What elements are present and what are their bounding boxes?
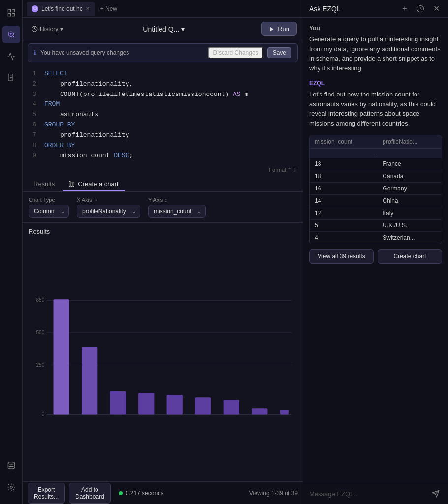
svg-rect-2 (8, 14, 10, 16)
col-nationality: profileNatio... (378, 135, 442, 149)
cell-mc-2: 18 (310, 170, 378, 183)
svg-rect-28 (252, 409, 267, 415)
unsaved-banner: ℹ You have unsaved query changes Discard… (28, 43, 298, 62)
svg-rect-22 (82, 347, 97, 414)
panel-title: Ask EZQL (309, 5, 395, 13)
sidebar-icon-docs[interactable] (2, 69, 20, 87)
code-line-4: 4 FROM (29, 99, 297, 110)
query-title-text: Untitled Q... (143, 25, 179, 33)
svg-rect-25 (167, 395, 183, 414)
svg-text:500: 500 (36, 330, 44, 335)
tab-results[interactable]: Results (28, 177, 61, 191)
tab-label: Let's find out hc (41, 5, 83, 12)
cell-mc-5: 12 (310, 207, 378, 220)
run-label: Run (278, 25, 289, 32)
svg-marker-9 (270, 27, 274, 31)
chat-area: You Generate a query to pull an interest… (303, 18, 448, 483)
ezql-label: EZQL (309, 80, 442, 87)
export-button[interactable]: Export Results... (28, 483, 65, 504)
ezql-message: Let's find out how the mission count for… (309, 90, 442, 128)
sidebar-icon-settings[interactable] (2, 478, 20, 496)
code-line-6: 6 GROUP BY (29, 120, 297, 130)
add-dashboard-button[interactable]: Add to Dashboard (69, 483, 111, 504)
x-axis-select[interactable]: profileNationality (77, 205, 140, 218)
chart-type-select-wrapper: Column Bar Line Pie (29, 205, 69, 218)
svg-text:850: 850 (36, 298, 44, 303)
cell-nat-5: Italy (378, 207, 442, 220)
sidebar-icon-chart[interactable] (2, 47, 20, 65)
history-label: History (40, 26, 58, 32)
tab-results-label: Results (33, 180, 55, 188)
panel-close-button[interactable]: ✕ (430, 3, 442, 15)
cell-nat-1: France (378, 158, 442, 170)
history-chevron-icon: ▾ (60, 26, 63, 32)
save-button[interactable]: Save (267, 47, 291, 58)
results-tabs: Results Create a chart (23, 175, 303, 192)
status-time: 0.217 seconds (119, 490, 164, 497)
x-axis-group: X Axis ↔ profileNationality (77, 197, 140, 218)
format-hint[interactable]: Format ⌃ F (269, 167, 297, 173)
svg-rect-3 (12, 14, 14, 16)
tab-create-chart[interactable]: Create a chart (63, 177, 124, 191)
tabbar: ⬡ Let's find out hc ✕ + New (23, 0, 303, 18)
status-dot (119, 491, 123, 495)
svg-text:0: 0 (42, 412, 45, 417)
run-button[interactable]: Run (261, 22, 297, 36)
create-chart-button[interactable]: Create chart (378, 249, 442, 264)
status-viewing: Viewing 1-39 of 39 (249, 490, 298, 497)
active-tab[interactable]: ⬡ Let's find out hc ✕ (27, 2, 95, 16)
query-title[interactable]: Untitled Q... ▾ (70, 25, 257, 33)
sidebar-icon-query[interactable] (2, 26, 20, 43)
panel-add-button[interactable]: ＋ (399, 3, 411, 15)
chat-input-area (303, 483, 448, 504)
tab-close-button[interactable]: ✕ (86, 6, 90, 11)
table-row: 12 Italy (310, 207, 442, 220)
tab-logo: ⬡ (32, 5, 38, 12)
table-row: 5 U.K./U.S. (310, 220, 442, 232)
svg-rect-0 (8, 9, 10, 12)
new-tab-button[interactable]: + New (96, 3, 121, 14)
code-line-1: 1 SELECT (29, 69, 297, 79)
table-row: 18 Canada (310, 170, 442, 183)
chart-type-group: Chart Type Column Bar Line Pie (29, 197, 69, 218)
svg-rect-12 (73, 182, 74, 187)
table-row: 14 China (310, 195, 442, 207)
svg-text:250: 250 (36, 362, 44, 368)
chart-config: Chart Type Column Bar Line Pie X Axis ↔ … (23, 192, 303, 223)
banner-message: You have unsaved query changes (40, 49, 129, 56)
chart-svg: 850 500 250 0 (29, 239, 297, 476)
status-bar: Export Results... Add to Dashboard 0.217… (23, 481, 303, 504)
cell-mc-6: 5 (310, 220, 378, 232)
table-row: 4 Switzerlan... (310, 232, 442, 244)
history-button[interactable]: History ▾ (29, 24, 66, 34)
svg-rect-26 (195, 397, 211, 414)
sidebar (0, 0, 23, 504)
chart-type-select[interactable]: Column Bar Line Pie (29, 205, 69, 218)
message-input[interactable] (309, 490, 425, 498)
sidebar-icon-database[interactable] (2, 457, 20, 474)
discard-changes-button[interactable]: Discard Changes (208, 47, 263, 59)
panel-history-button[interactable] (415, 3, 426, 15)
cell-nat-7: Switzerlan... (378, 232, 442, 244)
cell-nat-4: China (378, 195, 442, 207)
cell-nat-3: Germany (378, 183, 442, 195)
code-line-2: 2 profilenationality, (29, 79, 297, 90)
results-table: mission_count profileNatio... -- 18 Fran… (309, 135, 442, 244)
chart-title: Results (29, 228, 297, 235)
format-bar: Format ⌃ F (23, 165, 303, 175)
code-line-8: 8 ORDER BY (29, 141, 297, 151)
x-axis-select-wrapper: profileNationality (77, 205, 140, 218)
table-row-truncated: -- (310, 149, 442, 158)
x-axis-label: X Axis ↔ (77, 197, 140, 203)
y-axis-label: Y Axis ↕ (148, 197, 206, 203)
you-label: You (309, 25, 442, 32)
cell-mc-1: 18 (310, 158, 378, 170)
sidebar-icon-layout[interactable] (2, 4, 20, 22)
code-editor[interactable]: 1 SELECT 2 profilenationality, 3 COUNT(p… (23, 65, 303, 165)
y-axis-select[interactable]: mission_count (148, 205, 206, 218)
svg-rect-10 (69, 182, 70, 187)
view-all-results-button[interactable]: View all 39 results (309, 249, 374, 264)
svg-rect-1 (12, 9, 14, 12)
col-mission-count: mission_count (310, 135, 378, 149)
send-button[interactable] (429, 487, 442, 500)
